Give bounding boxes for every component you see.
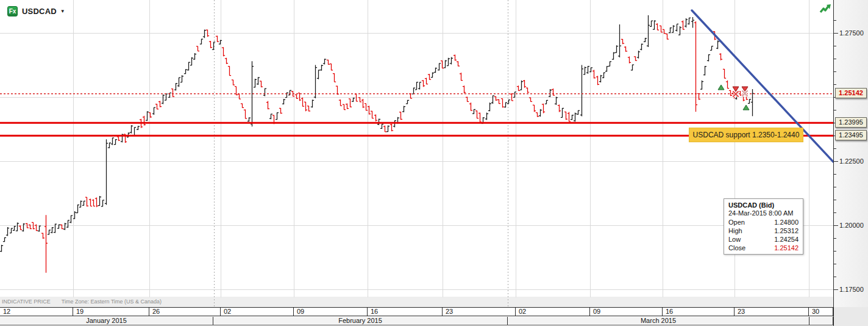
y-axis-label: 1.20000 <box>839 222 864 229</box>
y-axis-label: 1.17500 <box>839 286 864 293</box>
price-axis-ticks <box>834 0 868 307</box>
buy-marker-icon <box>718 85 724 90</box>
week-start-label: 02 <box>516 308 590 316</box>
trading-chart-window: INDICATIVE PRICETime Zone: Eastern Time … <box>0 0 868 326</box>
tooltip-high-value: 1.25312 <box>774 226 799 235</box>
buy-marker-icon <box>743 105 749 110</box>
week-start-label: 02 <box>221 308 294 316</box>
timezone-note: Time Zone: Eastern Time (US & Canada) <box>62 299 162 305</box>
week-start-label: 09 <box>294 308 368 316</box>
tooltip-close-value: 1.25142 <box>774 244 799 252</box>
price-axis[interactable]: 1.25142 1.23995 1.23495 1.275001.225001.… <box>833 0 868 307</box>
y-axis-label: 1.27500 <box>839 29 864 37</box>
indicative-price-note: INDICATIVE PRICE <box>2 299 51 305</box>
y-axis-label: 1.22500 <box>839 158 864 165</box>
time-axis-weeks[interactable]: 121926020916230209162330 <box>0 307 833 316</box>
price-chart-plot[interactable] <box>0 0 833 307</box>
ohlc-tooltip: USDCAD (Bid) 24-Mar-2015 8:00 AM Open1.2… <box>724 198 803 255</box>
tooltip-open-value: 1.24800 <box>774 218 799 226</box>
chart-footnote: INDICATIVE PRICETime Zone: Eastern Time … <box>2 299 173 305</box>
week-start-label: 12 <box>0 308 73 316</box>
support-annotation-label[interactable]: USDCAD support 1.2350-1.2440 <box>689 128 803 142</box>
support-price-label-1: 1.23995 <box>835 117 867 128</box>
axis-corner <box>833 307 868 326</box>
week-start-label: 23 <box>443 308 516 316</box>
support-price-label-2: 1.23495 <box>835 130 867 140</box>
trend-arrow-icon[interactable] <box>819 4 831 15</box>
week-start-label: 09 <box>590 308 663 316</box>
week-start-label: 19 <box>73 308 149 316</box>
chevron-down-icon: ▼ <box>60 9 65 14</box>
month-label <box>809 317 833 325</box>
week-start-label: 26 <box>149 308 221 316</box>
week-start-label: 16 <box>663 308 735 316</box>
month-label: January 2015 <box>0 317 213 325</box>
ohlc-bars-up <box>0 15 754 252</box>
tooltip-datetime: 24-Mar-2015 8:00 AM <box>728 209 799 217</box>
fx-badge-icon: Fx <box>7 6 18 16</box>
week-start-label: 30 <box>809 308 833 316</box>
time-axis-months: January 2015February 2015March 2015 <box>0 317 833 325</box>
month-label: March 2015 <box>508 317 809 325</box>
tooltip-high-label: High <box>728 226 742 235</box>
week-start-label: 16 <box>368 308 443 316</box>
current-price-label: 1.25142 <box>835 88 867 98</box>
tooltip-low-value: 1.24254 <box>774 235 799 244</box>
tooltip-title: USDCAD (Bid) <box>728 201 799 209</box>
instrument-name: USDCAD <box>22 7 57 16</box>
week-start-label: 23 <box>735 308 809 316</box>
instrument-selector[interactable]: Fx USDCAD ▼ <box>7 5 65 17</box>
month-label: February 2015 <box>213 317 508 325</box>
tooltip-open-label: Open <box>728 218 745 226</box>
tooltip-low-label: Low <box>728 235 741 244</box>
tooltip-close-label: Close <box>728 244 745 252</box>
